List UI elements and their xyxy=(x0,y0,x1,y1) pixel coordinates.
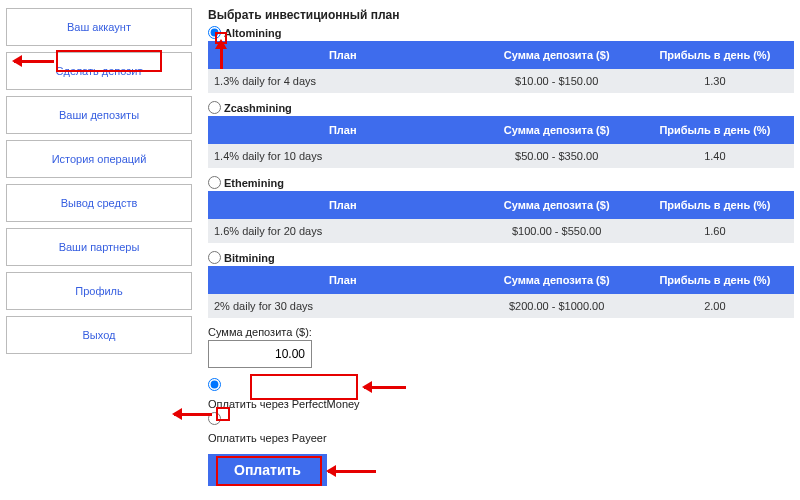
nav-label: История операций xyxy=(52,153,147,165)
plan-table: План Сумма депозита ($) Прибыль в день (… xyxy=(208,116,794,168)
plan-table: План Сумма депозита ($) Прибыль в день (… xyxy=(208,41,794,93)
plan-table: План Сумма депозита ($) Прибыль в день (… xyxy=(208,266,794,318)
nav-partners[interactable]: Ваши партнеры xyxy=(6,228,192,266)
table-row: 1.6% daily for 20 days $100.00 - $550.00… xyxy=(208,219,794,243)
amount-label: Сумма депозита ($): xyxy=(208,326,794,338)
plan-block: Zcashmining План Сумма депозита ($) Приб… xyxy=(208,101,794,168)
plan-profit: 1.30 xyxy=(636,69,794,93)
table-row: 1.4% daily for 10 days $50.00 - $350.00 … xyxy=(208,144,794,168)
plan-radio[interactable] xyxy=(208,251,221,264)
amount-input[interactable] xyxy=(208,340,312,368)
plan-range: $100.00 - $550.00 xyxy=(478,219,636,243)
col-sum: Сумма депозита ($) xyxy=(478,116,636,144)
plan-block: Ethemining План Сумма депозита ($) Прибы… xyxy=(208,176,794,243)
nav-deposits[interactable]: Ваши депозиты xyxy=(6,96,192,134)
plan-radio[interactable] xyxy=(208,101,221,114)
nav-withdraw[interactable]: Вывод средств xyxy=(6,184,192,222)
col-plan: План xyxy=(208,266,478,294)
pay-method-label: Оплатить через Payeer xyxy=(208,432,327,444)
nav-profile[interactable]: Профиль xyxy=(6,272,192,310)
col-plan: План xyxy=(208,41,478,69)
nav-label: Профиль xyxy=(75,285,123,297)
plan-name: Bitmining xyxy=(224,252,275,264)
col-plan: План xyxy=(208,191,478,219)
plan-profit: 1.40 xyxy=(636,144,794,168)
pay-method-radio[interactable] xyxy=(208,378,221,391)
plan-radio-row[interactable]: Bitmining xyxy=(208,251,794,264)
nav-label: Вывод средств xyxy=(61,197,138,209)
nav-history[interactable]: История операций xyxy=(6,140,192,178)
plan-profit: 1.60 xyxy=(636,219,794,243)
col-profit: Прибыль в день (%) xyxy=(636,41,794,69)
pay-method-radio[interactable] xyxy=(208,412,221,425)
nav-label: Сделать депозит xyxy=(56,65,143,77)
plan-range: $50.00 - $350.00 xyxy=(478,144,636,168)
nav-label: Ваши депозиты xyxy=(59,109,139,121)
pay-method-row[interactable]: Оплатить через Payeer xyxy=(208,412,794,446)
col-sum: Сумма депозита ($) xyxy=(478,266,636,294)
plan-block: Altomining План Сумма депозита ($) Прибы… xyxy=(208,26,794,93)
plan-block: Bitmining План Сумма депозита ($) Прибыл… xyxy=(208,251,794,318)
plan-radio-row[interactable]: Altomining xyxy=(208,26,794,39)
nav-label: Ваши партнеры xyxy=(59,241,140,253)
pay-button[interactable]: Оплатить xyxy=(208,454,327,486)
nav-label: Выход xyxy=(83,329,116,341)
plan-radio-row[interactable]: Ethemining xyxy=(208,176,794,189)
col-profit: Прибыль в день (%) xyxy=(636,191,794,219)
plan-name: Ethemining xyxy=(224,177,284,189)
sidebar: Ваш аккаунт Сделать депозит Ваши депозит… xyxy=(6,8,192,486)
plan-table: План Сумма депозита ($) Прибыль в день (… xyxy=(208,191,794,243)
nav-label: Ваш аккаунт xyxy=(67,21,131,33)
col-sum: Сумма депозита ($) xyxy=(478,191,636,219)
plan-name: Zcashmining xyxy=(224,102,292,114)
plan-desc: 1.4% daily for 10 days xyxy=(208,144,478,168)
col-plan: План xyxy=(208,116,478,144)
pay-method-label: Оплатить через PerfectMoney xyxy=(208,398,360,410)
nav-logout[interactable]: Выход xyxy=(6,316,192,354)
table-row: 1.3% daily for 4 days $10.00 - $150.00 1… xyxy=(208,69,794,93)
page-title: Выбрать инвестиционный план xyxy=(208,8,794,22)
plan-desc: 1.6% daily for 20 days xyxy=(208,219,478,243)
pay-methods: Оплатить через PerfectMoney Оплатить чер… xyxy=(208,378,794,446)
pay-button-label: Оплатить xyxy=(234,462,301,478)
nav-deposit[interactable]: Сделать депозит xyxy=(6,52,192,90)
main-content: Выбрать инвестиционный план Altomining П… xyxy=(208,8,794,486)
col-sum: Сумма депозита ($) xyxy=(478,41,636,69)
plan-range: $10.00 - $150.00 xyxy=(478,69,636,93)
pay-method-row[interactable]: Оплатить через PerfectMoney xyxy=(208,378,794,412)
plan-profit: 2.00 xyxy=(636,294,794,318)
plan-name: Altomining xyxy=(224,27,281,39)
col-profit: Прибыль в день (%) xyxy=(636,116,794,144)
col-profit: Прибыль в день (%) xyxy=(636,266,794,294)
table-row: 2% daily for 30 days $200.00 - $1000.00 … xyxy=(208,294,794,318)
plan-radio-row[interactable]: Zcashmining xyxy=(208,101,794,114)
plan-range: $200.00 - $1000.00 xyxy=(478,294,636,318)
nav-account[interactable]: Ваш аккаунт xyxy=(6,8,192,46)
plan-radio[interactable] xyxy=(208,26,221,39)
plan-desc: 1.3% daily for 4 days xyxy=(208,69,478,93)
plan-desc: 2% daily for 30 days xyxy=(208,294,478,318)
plan-radio[interactable] xyxy=(208,176,221,189)
